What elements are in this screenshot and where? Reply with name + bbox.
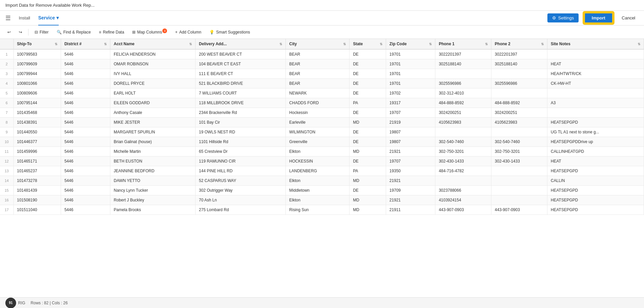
cell-city: Greenville bbox=[286, 137, 350, 147]
cell-phone1: 3022201397 bbox=[435, 49, 491, 59]
hamburger-icon[interactable]: ☰ bbox=[5, 14, 11, 22]
cell-delivery: 65 Crestview Dr bbox=[196, 147, 286, 157]
col-header-city[interactable]: City ⇅ bbox=[286, 39, 350, 49]
table-row[interactable]: 14 101473278 5446 DAWN YETTO 52 CASPARUS… bbox=[0, 176, 644, 186]
filter-button[interactable]: ⊟ Filter bbox=[31, 28, 52, 36]
cell-acct-name: DAWN YETTO bbox=[110, 176, 195, 186]
cell-zip: 19701 bbox=[386, 69, 435, 79]
table-row[interactable]: 1 100799583 5446 FELICIA HENDERSON 200 W… bbox=[0, 49, 644, 59]
cell-zip: 19701 bbox=[386, 59, 435, 69]
search-icon: 🔍 bbox=[57, 30, 62, 35]
undo-button[interactable]: ↩ bbox=[4, 28, 14, 36]
cell-acct-name: EARL HOLT bbox=[110, 88, 195, 98]
col-header-phone2[interactable]: Phone 2 ⇅ bbox=[491, 39, 547, 49]
table-row[interactable]: 8 101438391 5446 MIKE JESTER 101 Bay Cir… bbox=[0, 118, 644, 127]
table-row[interactable]: 13 101465237 5446 JEANNINE BEDFORD 144 P… bbox=[0, 166, 644, 176]
cell-phone1: 4105623983 bbox=[435, 118, 491, 127]
table-row[interactable]: 2 100799609 5446 OMAR ROBINSON 104 BEAVE… bbox=[0, 59, 644, 69]
cell-city: Earleville bbox=[286, 118, 350, 127]
cell-district: 5446 bbox=[61, 118, 110, 127]
cell-phone1: 3025596986 bbox=[435, 79, 491, 88]
row-number: 13 bbox=[0, 166, 13, 176]
cell-city: HOCKESSIN bbox=[286, 157, 350, 166]
col-header-phone1[interactable]: Phone 1 ⇅ bbox=[435, 39, 491, 49]
row-number: 4 bbox=[0, 79, 13, 88]
lightbulb-icon: 💡 bbox=[209, 30, 214, 35]
cell-site-notes: HEATSEPGPD bbox=[547, 195, 644, 205]
table-row[interactable]: 11 101459996 5446 Michelle Martin 65 Cre… bbox=[0, 147, 644, 157]
cell-city: Elkton bbox=[286, 147, 350, 157]
table-row[interactable]: 9 101440550 5446 MARGARET SPURLIN 19 OWL… bbox=[0, 127, 644, 137]
sort-icon-site-notes: ⇅ bbox=[638, 42, 640, 46]
col-header-zip[interactable]: Zip Code ⇅ bbox=[386, 39, 435, 49]
settings-button[interactable]: ⚙ Settings bbox=[547, 13, 579, 22]
col-header-district[interactable]: District # ⇅ bbox=[61, 39, 110, 49]
col-header-site-notes[interactable]: Site Notes ⇅ bbox=[547, 39, 644, 49]
nav-install[interactable]: Install bbox=[19, 15, 30, 20]
cell-zip: 19709 bbox=[386, 186, 435, 195]
sort-icon-phone1: ⇅ bbox=[485, 42, 488, 46]
sort-icon-phone2: ⇅ bbox=[541, 42, 544, 46]
logo-label: RIG bbox=[18, 301, 25, 305]
nav-service[interactable]: Service ▾ bbox=[38, 11, 59, 25]
cell-district: 5446 bbox=[61, 59, 110, 69]
cell-state: MD bbox=[350, 118, 386, 127]
redo-button[interactable]: ↪ bbox=[15, 28, 25, 36]
plus-icon: + bbox=[175, 30, 177, 35]
col-header-delivery[interactable]: Delivery Add... ⇅ bbox=[196, 39, 286, 49]
cell-ship-to: 101459996 bbox=[13, 147, 61, 157]
cell-district: 5446 bbox=[61, 176, 110, 186]
table-row[interactable]: 4 100801066 5446 DORELL PRYCE 521 BLACKB… bbox=[0, 79, 644, 88]
cell-acct-name: Michelle Martin bbox=[110, 147, 195, 157]
map-icon: ⊞ bbox=[132, 30, 136, 35]
table-row[interactable]: 10 101446377 5446 Brian Galinat (house) … bbox=[0, 137, 644, 147]
table-row[interactable]: 6 100795144 5446 EILEEN GODDARD 118 MILL… bbox=[0, 98, 644, 108]
find-replace-button[interactable]: 🔍 Find & Replace bbox=[53, 28, 94, 36]
nav-right: ⚙ Settings Import Cancel bbox=[547, 11, 639, 25]
cell-phone2 bbox=[491, 186, 547, 195]
cell-site-notes: HEATSEPGPD bbox=[547, 118, 644, 127]
cell-acct-name: DORELL PRYCE bbox=[110, 79, 195, 88]
table-row[interactable]: 15 101481439 5446 Nancy Lynn Tucker 302 … bbox=[0, 186, 644, 195]
sort-icon-state: ⇅ bbox=[380, 42, 382, 46]
cell-city: NEWARK bbox=[286, 88, 350, 98]
cell-phone2: 3022201397 bbox=[491, 49, 547, 59]
col-header-ship-to[interactable]: Ship-To ⇅ bbox=[13, 39, 61, 49]
refine-icon: ≡ bbox=[99, 30, 101, 35]
row-number-header bbox=[0, 39, 13, 49]
col-header-state[interactable]: State ⇅ bbox=[350, 39, 386, 49]
refine-data-button[interactable]: ≡ Refine Data bbox=[96, 28, 127, 36]
cell-state: DE bbox=[350, 49, 386, 59]
cancel-button[interactable]: Cancel bbox=[619, 13, 639, 22]
cell-district: 5446 bbox=[61, 79, 110, 88]
cell-state: PA bbox=[350, 98, 386, 108]
table-row[interactable]: 12 101465171 5446 BETH EUSTON 119 RAMUNN… bbox=[0, 157, 644, 166]
data-table-container[interactable]: Ship-To ⇅ District # ⇅ Acct Name ⇅ bbox=[0, 39, 644, 297]
cell-site-notes: HEAT bbox=[547, 59, 644, 69]
row-number: 1 bbox=[0, 49, 13, 59]
row-number: 8 bbox=[0, 118, 13, 127]
add-column-button[interactable]: + Add Column bbox=[172, 28, 205, 36]
table-row[interactable]: 17 101511040 5446 Pamela Brooks 275 Lomb… bbox=[0, 205, 644, 215]
table-row[interactable]: 7 101435468 5446 Anthony Casale 2344 Bra… bbox=[0, 108, 644, 118]
import-button[interactable]: Import bbox=[584, 12, 613, 23]
row-number: 17 bbox=[0, 205, 13, 215]
table-row[interactable]: 5 100809606 5446 EARL HOLT 7 WILLIAMS CO… bbox=[0, 88, 644, 98]
cell-phone1 bbox=[435, 127, 491, 137]
cell-zip: 21921 bbox=[386, 176, 435, 186]
col-header-acct-name[interactable]: Acct Name ⇅ bbox=[110, 39, 195, 49]
cell-delivery: 302 Outrigger Way bbox=[196, 186, 286, 195]
table-row[interactable]: 3 100799944 5446 IVY HALL 111 E BEAVER C… bbox=[0, 69, 644, 79]
table-row[interactable]: 16 101508190 5446 Robert J Buckley 70 As… bbox=[0, 195, 644, 205]
row-number: 12 bbox=[0, 157, 13, 166]
smart-suggestions-label: Smart Suggestions bbox=[216, 30, 250, 35]
cell-city: BEAR bbox=[286, 49, 350, 59]
smart-suggestions-button[interactable]: 💡 Smart Suggestions bbox=[206, 28, 253, 36]
table-header-row: Ship-To ⇅ District # ⇅ Acct Name ⇅ bbox=[0, 39, 644, 49]
map-columns-button[interactable]: ⊞ Map Columns 4 bbox=[129, 28, 170, 36]
cell-site-notes: UG TL A1 next to stone g... bbox=[547, 127, 644, 137]
cell-phone2 bbox=[491, 176, 547, 186]
sort-icon-delivery: ⇅ bbox=[279, 42, 282, 46]
cell-district: 5446 bbox=[61, 186, 110, 195]
cell-zip: 19702 bbox=[386, 88, 435, 98]
